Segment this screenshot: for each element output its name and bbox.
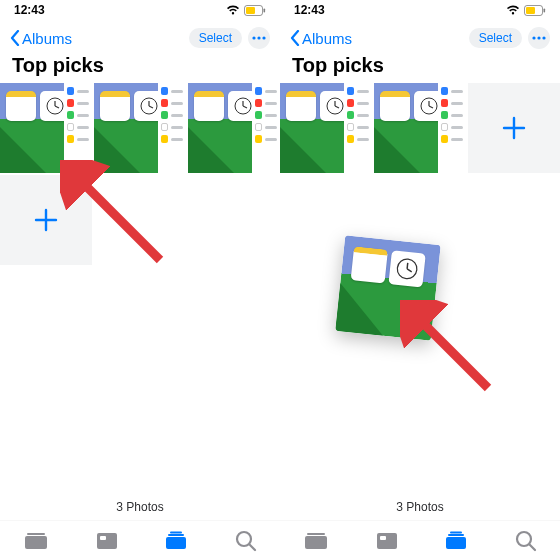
app-list-icon [158, 83, 186, 173]
svg-rect-29 [544, 8, 546, 12]
page-title: Top picks [0, 52, 280, 83]
back-label: Albums [302, 30, 352, 47]
status-time: 12:43 [14, 3, 45, 17]
widget-note-icon [194, 91, 224, 121]
svg-point-3 [252, 36, 255, 39]
svg-rect-22 [166, 537, 186, 549]
photo-count: 3 Photos [0, 494, 280, 520]
svg-rect-19 [27, 533, 45, 535]
svg-rect-1 [246, 7, 255, 14]
svg-rect-21 [100, 536, 106, 540]
photo-count: 3 Photos [280, 494, 560, 520]
app-list-icon [344, 83, 372, 173]
chevron-left-icon [290, 30, 300, 46]
back-button[interactable]: Albums [10, 30, 72, 47]
back-label: Albums [22, 30, 72, 47]
wifi-icon [226, 5, 240, 15]
dragged-thumb[interactable] [335, 235, 441, 341]
tab-albums[interactable] [164, 531, 188, 551]
svg-rect-23 [168, 534, 184, 536]
select-button[interactable]: Select [469, 28, 522, 48]
page-title: Top picks [280, 52, 560, 83]
more-button[interactable] [248, 27, 270, 49]
svg-rect-46 [307, 533, 325, 535]
add-photo-button[interactable] [0, 175, 92, 265]
plus-icon [501, 115, 527, 141]
photo-thumb[interactable] [188, 83, 280, 173]
tab-bar [280, 520, 560, 560]
svg-rect-51 [450, 531, 462, 533]
svg-rect-20 [97, 533, 117, 549]
photo-thumb[interactable] [280, 83, 372, 173]
widget-note-icon [286, 91, 316, 121]
svg-rect-47 [377, 533, 397, 549]
app-list-icon [252, 83, 280, 173]
more-button[interactable] [528, 27, 550, 49]
tab-search[interactable] [235, 530, 257, 552]
tab-albums[interactable] [444, 531, 468, 551]
library-icon [23, 531, 49, 551]
svg-rect-49 [446, 537, 466, 549]
app-list-icon [64, 83, 92, 173]
battery-icon [244, 5, 266, 16]
svg-rect-24 [170, 531, 182, 533]
svg-line-53 [529, 544, 535, 550]
select-button[interactable]: Select [189, 28, 242, 48]
svg-line-26 [249, 544, 255, 550]
status-bar: 12:43 [0, 0, 280, 20]
svg-rect-28 [526, 7, 535, 14]
tab-library[interactable] [23, 531, 49, 551]
svg-rect-45 [305, 536, 327, 549]
svg-point-31 [537, 36, 540, 39]
back-button[interactable]: Albums [290, 30, 352, 47]
for-you-icon [96, 531, 118, 551]
widget-note-icon [380, 91, 410, 121]
svg-point-5 [262, 36, 265, 39]
photo-thumb[interactable] [94, 83, 186, 173]
photo-thumb[interactable] [374, 83, 466, 173]
chevron-left-icon [10, 30, 20, 46]
svg-point-30 [532, 36, 535, 39]
photo-grid [280, 83, 560, 173]
search-icon [515, 530, 537, 552]
widget-note-icon [6, 91, 36, 121]
status-time: 12:43 [294, 3, 325, 17]
photo-grid [0, 83, 280, 265]
nav-bar: Albums Select [280, 24, 560, 52]
svg-rect-48 [380, 536, 386, 540]
tab-library[interactable] [303, 531, 329, 551]
svg-rect-18 [25, 536, 47, 549]
svg-point-32 [542, 36, 545, 39]
widget-note-icon [100, 91, 130, 121]
ellipsis-icon [252, 36, 266, 40]
wifi-icon [506, 5, 520, 15]
status-bar: 12:43 [280, 0, 560, 20]
svg-rect-50 [448, 534, 464, 536]
tab-for-you[interactable] [376, 531, 398, 551]
library-icon [303, 531, 329, 551]
widget-note-icon [351, 246, 388, 283]
svg-rect-2 [264, 8, 266, 12]
phone-panel-left: 12:43 Albums Select Top picks [0, 0, 280, 560]
tab-bar [0, 520, 280, 560]
ellipsis-icon [532, 36, 546, 40]
battery-icon [524, 5, 546, 16]
app-list-icon [438, 83, 466, 173]
albums-icon [164, 531, 188, 551]
albums-icon [444, 531, 468, 551]
plus-icon [33, 207, 59, 233]
phone-panel-right: 12:43 Albums Select Top picks [280, 0, 560, 560]
tab-search[interactable] [515, 530, 537, 552]
add-photo-button[interactable] [468, 83, 560, 173]
tab-for-you[interactable] [96, 531, 118, 551]
for-you-icon [376, 531, 398, 551]
svg-line-44 [422, 322, 488, 388]
search-icon [235, 530, 257, 552]
photo-thumb[interactable] [0, 83, 92, 173]
svg-point-4 [257, 36, 260, 39]
widget-clock-icon [388, 250, 425, 287]
nav-bar: Albums Select [0, 24, 280, 52]
svg-line-42 [407, 263, 408, 269]
